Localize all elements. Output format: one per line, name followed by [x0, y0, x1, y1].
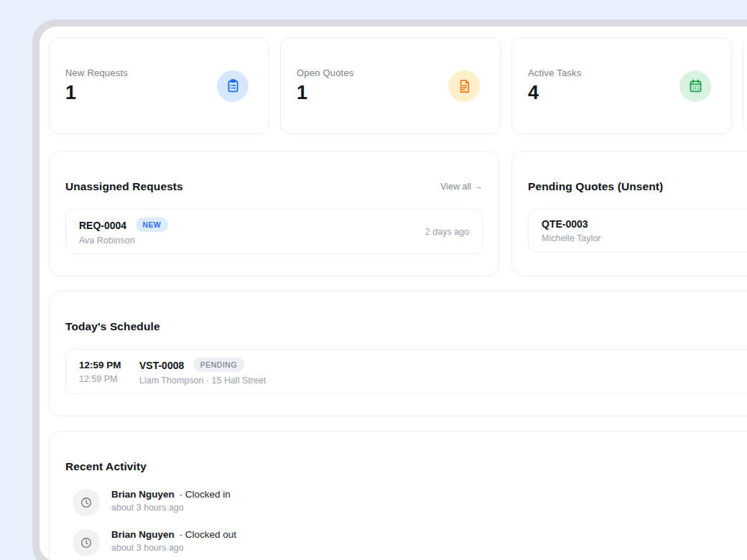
- quote-list-item[interactable]: QTE-0003 Michelle Taylor: [528, 209, 747, 252]
- stat-card-new-requests[interactable]: New Requests 1: [49, 37, 269, 134]
- visit-time-end: 12:59 PM: [79, 374, 129, 384]
- document-icon: [448, 70, 480, 102]
- activity-item: Brian Nguyen · Clocked in about 3 hours …: [73, 489, 747, 516]
- view-all-link[interactable]: View all →: [440, 182, 483, 192]
- stat-card-partial[interactable]: [743, 37, 747, 134]
- unassigned-requests-panel: Unassigned Requests View all → REQ-0004 …: [49, 151, 499, 276]
- stat-card-active-tasks[interactable]: Active Tasks 4: [511, 37, 732, 134]
- calendar-icon: [679, 70, 711, 102]
- pending-quotes-panel: Pending Quotes (Unsent) QTE-0003 Michell…: [511, 151, 747, 276]
- stat-label: Active Tasks: [528, 67, 581, 78]
- request-list-item[interactable]: REQ-0004 NEW Ava Robinson 2 days ago: [65, 209, 483, 254]
- quote-id: QTE-0003: [542, 218, 600, 230]
- activity-user: Brian Nguyen: [111, 489, 175, 500]
- activity-time: about 3 hours ago: [111, 543, 236, 553]
- visit-time: 12:59 PM: [79, 360, 129, 370]
- status-badge-new: NEW: [136, 218, 168, 232]
- clock-icon: [73, 489, 100, 516]
- panel-title: Recent Activity: [65, 460, 147, 473]
- stat-value: 4: [528, 82, 581, 104]
- panel-title: Pending Quotes (Unsent): [528, 180, 663, 193]
- clipboard-icon: [217, 70, 249, 102]
- activity-time: about 3 hours ago: [111, 503, 231, 513]
- stat-cards-row: New Requests 1 Open Quotes: [49, 37, 747, 134]
- stat-value: 1: [65, 82, 128, 104]
- stat-card-open-quotes[interactable]: Open Quotes 1: [280, 37, 501, 134]
- recent-activity-panel: Recent Activity Brian Nguyen · Clocked i…: [49, 431, 747, 560]
- todays-schedule-panel: Today's Schedule 12:59 PM 12:59 PM VST-0…: [49, 291, 747, 416]
- schedule-list-item[interactable]: 12:59 PM 12:59 PM VST-0008 PENDING Liam …: [65, 349, 747, 394]
- clock-icon: [73, 529, 100, 556]
- app-window: New Requests 1 Open Quotes: [32, 19, 747, 560]
- stat-value: 1: [297, 82, 354, 104]
- panel-title: Today's Schedule: [65, 320, 160, 333]
- request-id: REQ-0004: [79, 220, 126, 231]
- status-badge-pending: PENDING: [193, 358, 244, 372]
- activity-action: · Clocked in: [180, 489, 231, 500]
- quote-customer: Michelle Taylor: [542, 233, 600, 243]
- request-customer: Ava Robinson: [79, 235, 168, 246]
- panel-title: Unassigned Requests: [65, 180, 183, 193]
- activity-action: · Clocked out: [180, 529, 237, 540]
- stat-label: New Requests: [65, 67, 128, 78]
- visit-detail: Liam Thompson · 15 Hall Street: [139, 375, 266, 386]
- stat-label: Open Quotes: [297, 67, 354, 78]
- activity-user: Brian Nguyen: [111, 529, 175, 540]
- visit-id: VST-0008: [139, 360, 184, 371]
- activity-item: Brian Nguyen · Clocked out about 3 hours…: [73, 529, 747, 556]
- dashboard-page: New Requests 1 Open Quotes: [40, 27, 747, 560]
- request-age: 2 days ago: [425, 227, 469, 237]
